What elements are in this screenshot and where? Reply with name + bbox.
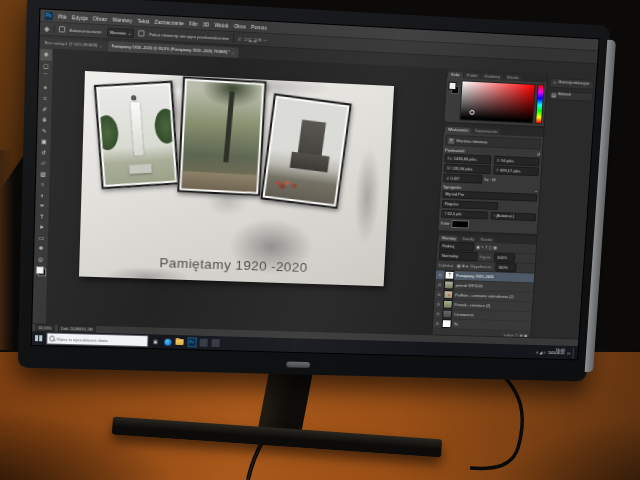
photo-stone-monument [260, 93, 352, 209]
document-canvas[interactable]: Pamiętamy 1920 -2020 [79, 71, 394, 286]
visibility-eye-icon[interactable]: ⊙ [435, 321, 440, 326]
text-color-swatch[interactable] [452, 220, 470, 228]
canvas-caption-text: Pamiętamy 1920 -2020 [79, 252, 385, 277]
search-icon [49, 336, 55, 342]
crop-tool[interactable]: ⌗ [39, 93, 51, 104]
photoshop-app-icon: Ps [44, 11, 53, 20]
quick-select-tool[interactable]: ✶ [39, 82, 51, 93]
angle-field[interactable]: ∠0,00° [443, 173, 482, 183]
hue-slider[interactable] [535, 84, 544, 124]
show-transform-label: Pokaż elementy sterujące przekształcanie… [149, 31, 229, 40]
gradient-tool[interactable]: ▨ [37, 168, 49, 179]
menu-3d[interactable]: 3D [203, 21, 210, 28]
lock-icons[interactable]: ▦ ✥ ● [457, 263, 469, 268]
leading-field[interactable]: ↕(Automat.) [490, 211, 536, 221]
eyedropper-tool[interactable]: ✐ [39, 103, 51, 114]
lasso-tool[interactable]: ⌒ [40, 71, 52, 82]
taskbar-search-input[interactable]: Wpisz tu wyszukiwane słowa [46, 332, 148, 347]
color-panel-body [444, 78, 546, 129]
show-transform-checkbox[interactable] [139, 30, 145, 37]
autoselect-target-select[interactable]: Warstwa⌄ [107, 27, 135, 38]
system-tray[interactable]: ∧ ◢ ♫ 15:43 2020-09-15 ▭ [535, 346, 575, 358]
color-picker-marker[interactable] [469, 110, 474, 115]
show-desktop-button[interactable] [572, 347, 576, 358]
close-icon[interactable]: × [232, 50, 235, 55]
menu-obraz[interactable]: Obraz [93, 15, 107, 22]
photoshop-taskbar-icon[interactable]: Ps [187, 338, 196, 347]
dodge-tool[interactable]: ◐ [37, 190, 49, 201]
photo-scene: Ps Plik Edycja Obraz Warstwy Tekst Zazna… [0, 0, 640, 480]
font-style-select[interactable]: Regular [442, 199, 499, 210]
tree [154, 108, 175, 144]
autoselect-label: Autozaznaczanie: [69, 27, 102, 34]
shape-tool[interactable]: ▭ [35, 232, 47, 243]
monument-plinth [290, 152, 330, 173]
x-field[interactable]: X:94 piks. [493, 156, 539, 166]
align-icons[interactable]: ⊏ ⊐ ⊑ ⊒ ≡ ⋯ [238, 36, 267, 43]
pinned-app-icon[interactable] [199, 338, 208, 347]
menu-okno[interactable]: Okno [234, 22, 246, 29]
eagle-statue [131, 96, 137, 101]
layer-filter-icons[interactable]: ▣ ✎ T ▢ ▦ [476, 244, 497, 250]
menu-plik[interactable]: Plik [58, 13, 67, 20]
divider [233, 34, 234, 42]
height-field[interactable]: W:135,96 piks. [444, 163, 491, 173]
move-tool[interactable]: ✥ [40, 49, 52, 60]
pen-tool[interactable]: ✒ [36, 200, 48, 211]
layer-filter-select[interactable]: Rodzaj [439, 241, 474, 251]
photo-park-monument [177, 76, 266, 196]
start-button[interactable] [34, 334, 43, 343]
libraries-panel-button[interactable]: ▤ Biblioteki [548, 90, 593, 102]
blend-mode-select[interactable]: Normalny [439, 251, 478, 261]
visibility-eye-icon[interactable]: ⊙ [437, 282, 442, 287]
action-center-icon[interactable]: ▭ [567, 350, 571, 355]
color-swatches[interactable] [35, 266, 46, 276]
hand-tool[interactable]: ❖ [35, 243, 47, 254]
visibility-eye-icon[interactable]: ⊙ [435, 311, 440, 316]
menu-widok[interactable]: Widok [214, 21, 228, 28]
menu-zaznaczanie[interactable]: Zaznaczanie [155, 18, 185, 26]
menu-warstwy[interactable]: Warstwy [112, 16, 132, 23]
tray-icons[interactable]: ∧ ◢ ♫ [536, 349, 546, 354]
close-icon[interactable]: × [100, 43, 103, 48]
menu-filtr[interactable]: Filtr [189, 20, 198, 27]
learn-panel-button[interactable]: ☼ Materiały edukacyjne [549, 78, 594, 90]
menu-pomoc[interactable]: Pomoc [251, 23, 267, 30]
menu-tekst[interactable]: Tekst [137, 17, 149, 24]
eraser-tool[interactable]: ▱ [37, 157, 49, 168]
color-field[interactable] [459, 80, 535, 123]
path-select-tool[interactable]: ➤ [36, 222, 48, 233]
menu-edycja[interactable]: Edycja [72, 14, 88, 21]
clone-stamp-tool[interactable]: ▣ [38, 136, 50, 147]
visibility-eye-icon[interactable]: ⊙ [436, 302, 441, 307]
panel-color-swatches[interactable] [447, 80, 460, 120]
marquee-tool[interactable]: ▢ [40, 60, 52, 71]
pinned-app-icon[interactable] [211, 338, 220, 347]
path [181, 171, 257, 192]
history-brush-tool[interactable]: ↺ [38, 147, 50, 158]
width-field[interactable]: Sz:1436,68 piks. [444, 153, 491, 163]
blur-tool[interactable]: ○ [37, 179, 49, 190]
visibility-eye-icon[interactable]: ⊙ [438, 272, 443, 277]
y-field[interactable]: Y:899,17 piks. [493, 166, 539, 176]
foreground-color[interactable] [448, 82, 456, 90]
type-tool[interactable]: T [36, 211, 48, 222]
move-tool-icon: ✥ [44, 25, 49, 33]
foreground-color[interactable] [35, 266, 43, 274]
visibility-eye-icon[interactable]: ⊙ [437, 292, 442, 297]
tree [98, 115, 119, 151]
canvas-area[interactable]: Pamiętamy 1920 -2020 [47, 49, 447, 335]
opacity-field[interactable]: 100% [494, 253, 516, 262]
file-explorer-icon[interactable] [175, 337, 184, 346]
zoom-tool[interactable]: ◎ [35, 253, 47, 264]
autoselect-checkbox[interactable] [59, 26, 65, 33]
task-view-button[interactable]: ▣ [151, 337, 160, 346]
reset-icon[interactable]: ↺ [537, 152, 541, 157]
taskbar-clock[interactable]: 15:43 2020-09-15 [548, 348, 565, 356]
font-size-field[interactable]: T62,5 pkt [441, 209, 488, 219]
brush-tool[interactable]: ✎ [38, 125, 50, 136]
fill-field[interactable]: 100% [495, 263, 517, 272]
edge-browser-icon[interactable] [163, 337, 172, 346]
ratio-lock-label[interactable]: Sz : W [484, 177, 496, 182]
healing-tool[interactable]: ⊕ [39, 114, 51, 125]
